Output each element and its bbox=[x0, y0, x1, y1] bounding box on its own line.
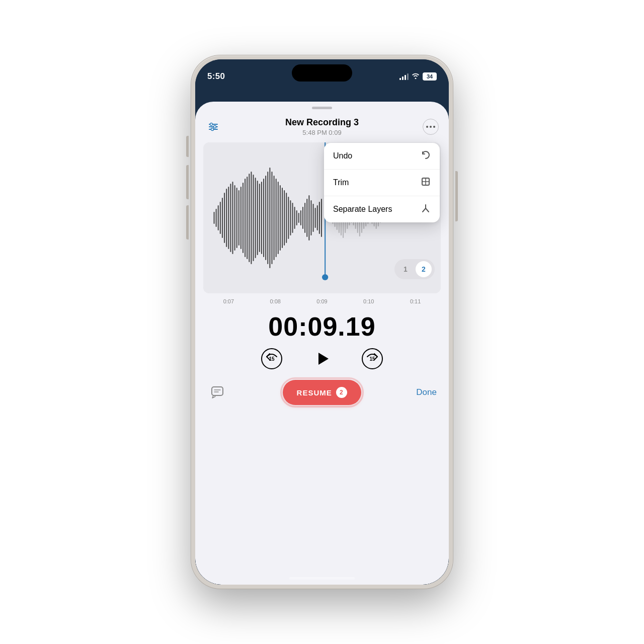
time-marker-0: 0:07 bbox=[223, 298, 234, 304]
recording-subtitle: 5:48 PM 0:09 bbox=[221, 129, 423, 136]
recording-info: New Recording 3 5:48 PM 0:09 bbox=[221, 117, 423, 136]
svg-rect-20 bbox=[222, 198, 223, 238]
screen-content: New Recording 3 5:48 PM 0:09 Und bbox=[195, 87, 449, 585]
svg-point-7 bbox=[430, 126, 432, 128]
svg-rect-43 bbox=[269, 168, 270, 268]
svg-rect-35 bbox=[253, 175, 254, 261]
status-icons: 34 bbox=[399, 72, 437, 80]
svg-rect-30 bbox=[243, 183, 244, 253]
volume-down-button[interactable] bbox=[186, 205, 189, 239]
menu-item-trim[interactable]: Trim bbox=[324, 170, 440, 196]
layer-2-button[interactable]: 2 bbox=[416, 261, 432, 277]
svg-rect-56 bbox=[296, 210, 297, 225]
chat-button[interactable] bbox=[207, 382, 227, 403]
context-menu: Undo Trim bbox=[324, 143, 440, 222]
playback-controls: 15 15 bbox=[195, 346, 449, 372]
timer-display: 00:09.19 bbox=[195, 311, 449, 342]
svg-rect-45 bbox=[274, 176, 275, 260]
home-indicator bbox=[289, 577, 355, 580]
phone-frame: 5:50 34 bbox=[191, 55, 453, 589]
svg-rect-100 bbox=[212, 387, 223, 395]
svg-rect-39 bbox=[261, 182, 262, 254]
play-button[interactable] bbox=[309, 346, 335, 372]
undo-icon bbox=[421, 150, 431, 162]
svg-rect-29 bbox=[240, 187, 242, 249]
svg-rect-21 bbox=[224, 193, 225, 243]
resume-label: RESUME bbox=[297, 388, 332, 397]
time-marker-2: 0:09 bbox=[316, 298, 327, 304]
svg-rect-62 bbox=[308, 195, 309, 240]
svg-rect-65 bbox=[315, 208, 316, 228]
svg-point-5 bbox=[211, 128, 214, 131]
svg-rect-60 bbox=[304, 203, 305, 233]
svg-marker-97 bbox=[318, 353, 329, 365]
svg-point-6 bbox=[426, 126, 428, 128]
resume-button[interactable]: RESUME 2 bbox=[283, 380, 361, 405]
layer-1-button[interactable]: 1 bbox=[397, 261, 414, 277]
bottom-bar: RESUME 2 Done bbox=[195, 378, 449, 411]
svg-rect-32 bbox=[247, 177, 248, 259]
svg-rect-31 bbox=[245, 179, 246, 257]
more-options-button[interactable] bbox=[423, 119, 439, 135]
svg-rect-36 bbox=[255, 178, 256, 258]
svg-rect-23 bbox=[228, 187, 229, 249]
wifi-icon bbox=[412, 72, 420, 80]
skip-back-button[interactable]: 15 bbox=[260, 347, 284, 371]
svg-rect-66 bbox=[317, 205, 318, 230]
filter-button[interactable] bbox=[205, 119, 221, 135]
svg-rect-63 bbox=[310, 200, 311, 235]
svg-rect-27 bbox=[236, 188, 237, 248]
dynamic-island bbox=[292, 64, 352, 82]
svg-rect-41 bbox=[265, 176, 266, 260]
power-button[interactable] bbox=[455, 171, 458, 221]
svg-rect-64 bbox=[313, 204, 314, 232]
time-markers: 0:07 0:08 0:09 0:10 0:11 bbox=[195, 295, 449, 307]
svg-rect-54 bbox=[292, 203, 293, 233]
signal-icon bbox=[399, 73, 409, 80]
menu-item-separate-layers[interactable]: Separate Layers bbox=[324, 196, 440, 222]
svg-rect-33 bbox=[249, 174, 250, 262]
undo-label: Undo bbox=[333, 151, 352, 160]
resume-badge: 2 bbox=[336, 387, 347, 398]
svg-rect-40 bbox=[263, 179, 264, 257]
svg-rect-17 bbox=[216, 209, 217, 227]
status-time: 5:50 bbox=[207, 71, 225, 82]
svg-rect-51 bbox=[286, 193, 287, 243]
svg-rect-58 bbox=[300, 210, 301, 225]
svg-rect-61 bbox=[306, 199, 307, 237]
svg-rect-48 bbox=[280, 185, 281, 251]
svg-text:15: 15 bbox=[269, 356, 275, 362]
svg-rect-47 bbox=[278, 182, 279, 254]
menu-item-undo[interactable]: Undo bbox=[324, 143, 440, 170]
svg-rect-59 bbox=[302, 207, 303, 229]
phone-screen: 5:50 34 bbox=[195, 59, 449, 585]
svg-point-4 bbox=[214, 126, 216, 128]
skip-forward-button[interactable]: 15 bbox=[360, 347, 384, 371]
time-marker-3: 0:10 bbox=[363, 298, 374, 304]
svg-rect-50 bbox=[284, 190, 285, 246]
separate-layers-label: Separate Layers bbox=[333, 205, 392, 214]
mute-button[interactable] bbox=[186, 136, 189, 157]
recording-title: New Recording 3 bbox=[221, 117, 423, 128]
svg-rect-52 bbox=[288, 197, 289, 239]
time-marker-1: 0:08 bbox=[270, 298, 280, 304]
separate-layers-icon bbox=[421, 203, 431, 215]
svg-point-3 bbox=[210, 123, 213, 126]
svg-rect-49 bbox=[282, 188, 283, 248]
svg-rect-67 bbox=[319, 202, 320, 234]
layer-selector: 1 2 bbox=[394, 259, 435, 279]
time-marker-4: 0:11 bbox=[410, 298, 421, 304]
volume-up-button[interactable] bbox=[186, 165, 189, 199]
svg-rect-42 bbox=[267, 172, 268, 264]
svg-rect-44 bbox=[271, 172, 272, 264]
trim-icon bbox=[421, 177, 431, 189]
svg-rect-55 bbox=[294, 207, 295, 229]
battery-icon: 34 bbox=[423, 72, 437, 80]
svg-rect-46 bbox=[276, 179, 277, 257]
svg-rect-38 bbox=[259, 184, 260, 252]
svg-rect-68 bbox=[321, 199, 322, 237]
svg-rect-16 bbox=[214, 212, 215, 224]
done-button[interactable]: Done bbox=[416, 387, 437, 397]
svg-rect-22 bbox=[226, 189, 227, 247]
svg-line-14 bbox=[426, 208, 429, 212]
